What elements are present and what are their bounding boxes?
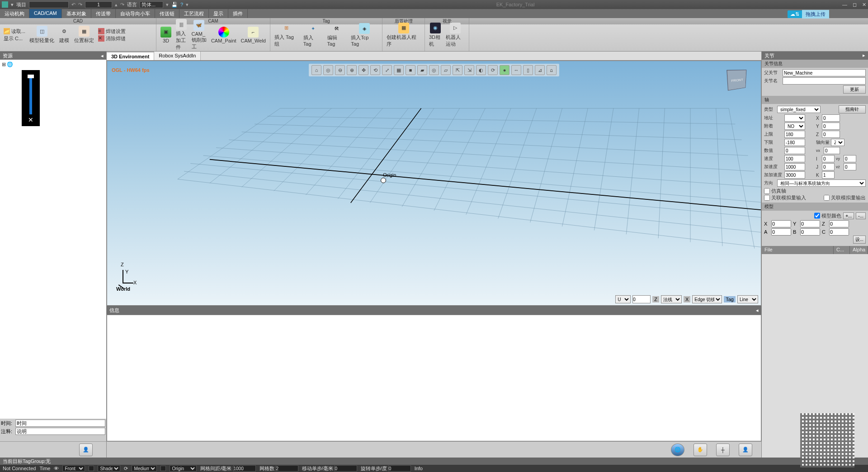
update-button[interactable]: 更新 [843, 85, 866, 94]
vp-pan-icon[interactable]: ✥ [359, 65, 368, 75]
vp-zoomout-icon[interactable]: ⊖ [335, 65, 345, 75]
ribbon-lightweight-btn[interactable]: ◫模型轻量化 [27, 25, 57, 45]
ribbon-weld-btn[interactable]: ≡焊缝设置 ✕清除焊缝 [96, 27, 127, 43]
mc-input[interactable] [829, 228, 849, 236]
ribbon-3d-btn[interactable]: ▣3D [158, 26, 174, 44]
slider-overlay[interactable]: ✕ [22, 70, 40, 126]
panel-collapse-icon[interactable]: ◂ [101, 53, 104, 59]
lower-input[interactable] [784, 139, 805, 146]
language-select[interactable] [140, 1, 163, 8]
attach-select[interactable]: NO [784, 123, 805, 130]
ribbon-edit-tag-btn[interactable]: 🛠编辑 Tag [325, 22, 349, 47]
user2-btn[interactable]: 👤 [739, 444, 752, 456]
eye-icon[interactable]: 👁 [54, 466, 59, 471]
rot-step-input[interactable] [388, 465, 411, 472]
expand-icon[interactable]: ⊞ [2, 61, 6, 67]
normal-select[interactable]: 法线 [661, 295, 682, 303]
tab-robox[interactable]: Robox SysAddIn [154, 52, 201, 60]
type-select[interactable]: simple_fixed [777, 106, 821, 113]
redo-icon[interactable]: ↷ [78, 2, 82, 8]
refresh-icon[interactable]: ⟳ [124, 466, 128, 472]
ribbon-cam-weld-btn[interactable]: ⌐CAM_Weld [239, 26, 268, 44]
redo2-icon[interactable]: ↷ [120, 2, 124, 8]
vp-zoomin-icon[interactable]: ⊕ [347, 65, 357, 75]
tab-display[interactable]: 显示 [209, 9, 228, 18]
vp-refresh-icon[interactable]: ⟳ [488, 65, 498, 75]
compass-button[interactable]: 指南针 [839, 105, 866, 113]
model-color-check[interactable] [814, 212, 820, 219]
vp-measure-icon[interactable]: ↔ [511, 65, 521, 75]
viewport-3d[interactable]: OGL - HW64 fps ⌂ ◎ ⊖ ⊕ ✥ ⟲ ⤢ ▦ ■ ▰ ◎ ▱ ⇱… [107, 61, 761, 306]
col-c[interactable]: C... [834, 246, 850, 254]
vp-fit-icon[interactable]: ⤢ [382, 65, 392, 75]
dir-select[interactable]: 相同—与标准系统轴方向 [777, 179, 866, 187]
addr-select[interactable] [784, 114, 805, 122]
maximize-icon[interactable]: ◻ [853, 2, 857, 8]
shade-toggle[interactable] [89, 466, 94, 471]
vp-rotate-icon[interactable]: ⟲ [370, 65, 380, 75]
minus-button[interactable]: -... [856, 212, 866, 219]
vp-plane-icon[interactable]: ▱ [441, 65, 451, 75]
origin-point[interactable] [381, 178, 386, 183]
tab-motion[interactable]: 运动机构 [0, 9, 29, 18]
mx-input[interactable] [771, 220, 791, 227]
edge-select[interactable]: Edge 切线 [692, 295, 722, 303]
i-input[interactable] [822, 155, 835, 162]
ribbon-cam-paint-btn[interactable]: CAM_Paint [209, 26, 239, 44]
close-icon[interactable]: ✕ [862, 2, 866, 8]
tab-cadcam[interactable]: CAD/CAM [29, 9, 62, 18]
ribbon-3dcam-btn[interactable]: ◉3D相机 [427, 22, 443, 48]
k-input[interactable] [822, 171, 835, 179]
resource-tree[interactable]: ⊞🌐 ✕ [0, 60, 106, 419]
vp-grid-icon[interactable]: ▦ [394, 65, 404, 75]
sim-axis-check[interactable] [764, 188, 770, 194]
vp-solid-icon[interactable]: ■ [406, 65, 415, 75]
col-file[interactable]: File [762, 246, 834, 254]
vp-tool12-icon[interactable]: ⇱ [453, 65, 462, 75]
viewcube[interactable]: FRONT [726, 70, 746, 90]
link-in-check[interactable] [764, 195, 770, 201]
info-body[interactable] [107, 315, 761, 441]
vp-tool14-icon[interactable]: ◐ [476, 65, 486, 75]
count-input[interactable] [784, 147, 805, 154]
link-out-check[interactable] [824, 195, 830, 201]
ribbon-taggroup-btn[interactable]: ⊞插入 Tag组 [272, 22, 301, 48]
vp-shade-icon[interactable]: ▰ [417, 65, 427, 75]
right-collapse-icon[interactable]: ▸ [863, 52, 865, 59]
vp-tool13-icon[interactable]: ⇲ [464, 65, 474, 75]
ribbon-tcp-tag-btn[interactable]: ◈插入Tcp Tag [349, 22, 380, 47]
dropdown-icon[interactable]: ▾ [11, 2, 14, 8]
tab-agv[interactable]: 自动导向小车 [116, 9, 155, 18]
tab-3denv[interactable]: 3D Environment [107, 52, 154, 60]
parent-input[interactable] [783, 69, 866, 76]
slider-handle[interactable] [28, 75, 34, 78]
globe-btn[interactable]: 🌐 [671, 444, 684, 456]
vp-record-icon[interactable]: ● [500, 65, 509, 75]
vy-input[interactable] [844, 155, 856, 162]
spin-input[interactable] [85, 1, 112, 8]
col-alpha[interactable]: Alpha [850, 246, 868, 254]
accel-input[interactable] [784, 163, 805, 170]
jerk-input[interactable] [784, 171, 805, 179]
help-icon[interactable]: ? [180, 2, 183, 7]
vx-input[interactable] [824, 147, 840, 154]
upper-input[interactable] [784, 131, 805, 138]
tab-basic[interactable]: 基本对象 [62, 9, 91, 18]
tab-process[interactable]: 工艺流程 [179, 9, 209, 18]
ribbon-model-btn[interactable]: ⚙建模 [57, 25, 72, 45]
vp-tool20-icon[interactable]: ⩍ [547, 65, 557, 75]
user-tool-btn[interactable]: 👤 [79, 444, 93, 456]
grid-dist-input[interactable] [233, 465, 256, 472]
undo-icon[interactable]: ↶ [71, 2, 75, 8]
my-input[interactable] [800, 220, 820, 227]
overlay-close-icon[interactable]: ✕ [28, 116, 33, 123]
origin-select[interactable]: Origin [170, 465, 197, 472]
u-value[interactable] [632, 295, 651, 303]
ribbon-tag-btn[interactable]: ✦插入 Tag [301, 22, 325, 47]
axes-btn[interactable]: ┼ [716, 444, 730, 456]
ribbon-read-btn[interactable]: 📂读取... 显示 C... [2, 27, 27, 43]
vz-input[interactable] [844, 163, 856, 170]
speed-input[interactable] [784, 155, 805, 162]
mb-input[interactable] [800, 228, 820, 236]
vp-orbit-icon[interactable]: ◎ [323, 65, 333, 75]
